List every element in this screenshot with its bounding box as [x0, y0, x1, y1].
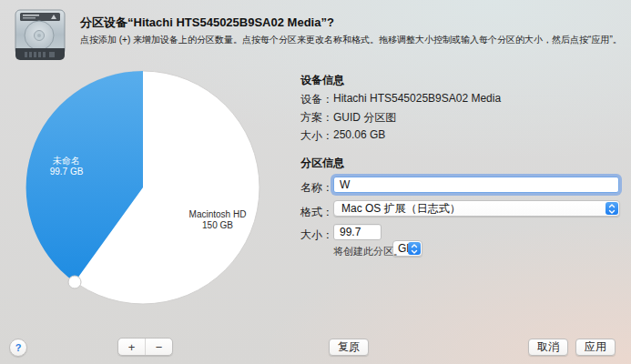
device-size-label: 大小： [300, 128, 333, 144]
resize-handle[interactable] [68, 276, 81, 288]
format-select-value: Mac OS 扩展（日志式） [341, 201, 461, 217]
remove-partition-button[interactable]: − [146, 339, 172, 355]
device-info-header: 设备信息 [300, 73, 344, 88]
chevron-up-down-icon [408, 242, 421, 255]
format-select[interactable]: Mac OS 扩展（日志式） [333, 200, 620, 217]
format-label: 格式： [300, 205, 333, 220]
device-label: 设备： [300, 92, 333, 107]
partition-info-header: 分区信息 [300, 156, 344, 171]
cancel-button[interactable]: 取消 [528, 339, 568, 356]
add-partition-button[interactable]: + [118, 339, 146, 355]
partition-size-input[interactable] [333, 224, 382, 240]
dialog-title: 分区设备“Hitachi HTS545025B9SA02 Media”? [80, 15, 334, 31]
dialog-subtitle: 点按添加 (+) 来增加设备上的分区数量。点按每个分区来更改名称和格式。拖移调整… [80, 34, 626, 46]
device-value: Hitachi HTS545025B9SA02 Media [333, 92, 501, 105]
partition-note: 将创建此分区。 [333, 245, 403, 258]
name-label: 名称： [300, 180, 333, 196]
size-label: 大小： [300, 228, 333, 243]
pie-label-macintosh-hd-size: 150 GB [168, 220, 268, 231]
question-mark-icon: ? [15, 342, 22, 353]
partition-name-input[interactable] [333, 177, 619, 193]
pie-label-macintosh-hd: Macintosh HD 150 GB [168, 209, 268, 231]
scheme-value: GUID 分区图 [333, 110, 396, 126]
help-button[interactable]: ? [9, 339, 27, 357]
device-size-value: 250.06 GB [333, 128, 385, 141]
scheme-label: 方案： [300, 110, 333, 126]
pie-label-untitled-size: 99.7 GB [27, 167, 106, 177]
pie-label-untitled-name: 未命名 [27, 156, 106, 167]
add-remove-segmented-control: + − [117, 338, 173, 356]
pie-label-untitled: 未命名 99.7 GB [27, 156, 106, 177]
partition-pie-chart [25, 70, 260, 305]
pie-label-macintosh-hd-name: Macintosh HD [168, 209, 268, 220]
hard-drive-icon [12, 8, 68, 61]
revert-button[interactable]: 复原 [329, 339, 369, 356]
apply-button[interactable]: 应用 [575, 339, 616, 356]
chevron-up-down-icon [606, 202, 618, 215]
